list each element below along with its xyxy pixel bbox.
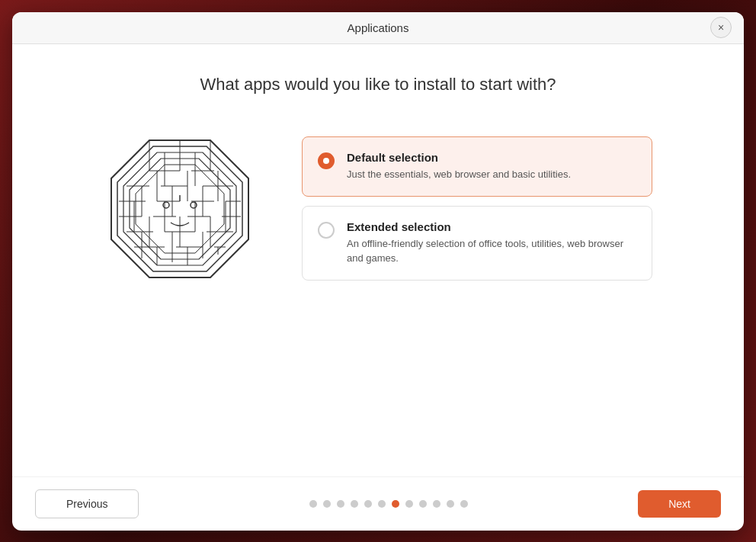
option-extended-text: Extended selection An offline-friendly s…: [347, 220, 636, 266]
option-extended-desc: An offline-friendly selection of office …: [347, 236, 636, 266]
titlebar: Applications ×: [12, 12, 744, 44]
progress-dots: [309, 500, 468, 508]
maze-illustration: [104, 133, 256, 285]
option-default-desc: Just the essentials, web browser and bas…: [347, 167, 571, 182]
dot-8: [405, 500, 413, 508]
next-button[interactable]: Next: [638, 490, 721, 518]
main-body: Default selection Just the essentials, w…: [58, 133, 698, 285]
close-button[interactable]: ×: [710, 17, 732, 38]
dot-3: [337, 500, 344, 508]
dot-1: [309, 500, 317, 508]
footer: Previous Next: [12, 476, 744, 531]
dot-6: [378, 500, 386, 508]
dot-5: [364, 500, 372, 508]
maze-svg: [104, 133, 256, 285]
main-content: What apps would you like to install to s…: [12, 44, 744, 476]
option-default-title: Default selection: [347, 151, 571, 164]
dialog-title: Applications: [348, 21, 409, 34]
option-default-text: Default selection Just the essentials, w…: [347, 151, 571, 182]
dot-9: [419, 500, 427, 508]
dot-12: [460, 500, 468, 508]
option-default[interactable]: Default selection Just the essentials, w…: [302, 136, 652, 197]
radio-default-inner: [323, 158, 329, 164]
dot-2: [323, 500, 331, 508]
dot-4: [351, 500, 358, 508]
dot-7: [392, 500, 399, 508]
radio-default: [318, 152, 335, 169]
dot-10: [433, 500, 440, 508]
main-question: What apps would you like to install to s…: [200, 75, 556, 95]
dialog: Applications × What apps would you like …: [12, 12, 744, 531]
dot-11: [447, 500, 454, 508]
radio-extended: [318, 222, 335, 239]
previous-button[interactable]: Previous: [35, 489, 139, 518]
options-list: Default selection Just the essentials, w…: [302, 136, 652, 281]
svg-point-49: [191, 202, 197, 208]
option-extended[interactable]: Extended selection An offline-friendly s…: [302, 206, 652, 281]
option-extended-title: Extended selection: [347, 220, 636, 233]
svg-point-48: [163, 202, 169, 208]
